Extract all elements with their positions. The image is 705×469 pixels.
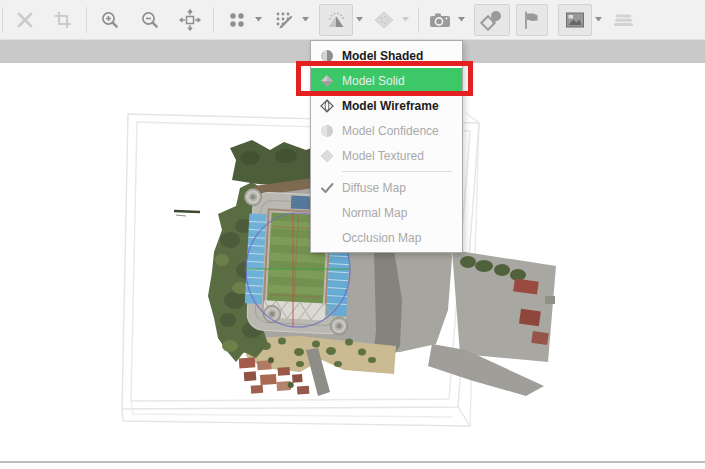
menu-item-normal-map[interactable]: Normal Map: [311, 200, 462, 225]
image-icon: [564, 10, 586, 30]
point-cloud-icon: [227, 10, 247, 30]
edit-points-button[interactable]: [269, 4, 299, 36]
edit-points-caret[interactable]: [299, 4, 312, 36]
model-view-button[interactable]: [319, 4, 353, 36]
zoom-in-icon: [100, 10, 120, 30]
chevron-down-icon: [356, 17, 363, 22]
crop-icon: [53, 10, 73, 30]
menu-item-label: Diffuse Map: [342, 181, 406, 195]
textured-diamond-icon: [311, 148, 342, 164]
edit-points-icon: [274, 10, 294, 30]
zoom-out-icon: [140, 10, 160, 30]
show-cameras-caret[interactable]: [455, 4, 468, 36]
model-view-caret[interactable]: [353, 4, 366, 36]
main-toolbar: [0, 0, 705, 40]
chevron-down-icon: [595, 17, 602, 22]
chevron-down-icon: [302, 17, 309, 22]
show-cameras-button[interactable]: [425, 4, 455, 36]
show-images-caret[interactable]: [592, 4, 605, 36]
chevron-down-icon: [458, 17, 465, 22]
menu-item-occlusion-map[interactable]: Occlusion Map: [311, 225, 462, 250]
toolbar-separator: [418, 7, 419, 33]
zoom-in-button[interactable]: [95, 4, 125, 36]
toolbar-separator: [2, 7, 3, 33]
menu-item-label: Model Solid: [342, 74, 405, 88]
menu-item-model-shaded[interactable]: Model Shaded: [311, 43, 462, 68]
model-view-dropdown-menu: Model Shaded Model Solid Model Wireframe: [310, 40, 463, 253]
menu-item-model-wireframe[interactable]: Model Wireframe: [311, 93, 462, 118]
menu-item-label: Model Confidence: [342, 124, 439, 138]
menu-item-label: Model Wireframe: [342, 99, 439, 113]
shaded-ball-icon: [311, 48, 342, 64]
menu-item-model-solid[interactable]: Model Solid: [311, 68, 462, 93]
fit-view-button[interactable]: [175, 4, 205, 36]
status-bar-divider: [0, 461, 705, 463]
show-markers-button[interactable]: [474, 4, 510, 36]
x-icon: [15, 10, 35, 30]
confidence-ball-icon: [311, 123, 342, 139]
chevron-down-icon: [255, 17, 262, 22]
point-cloud-caret[interactable]: [252, 4, 265, 36]
toolbar-separator: [86, 7, 87, 33]
layers-icon: [612, 10, 636, 30]
point-cloud-view-button[interactable]: [222, 4, 252, 36]
camera-icon: [428, 10, 452, 30]
show-flags-button[interactable]: [516, 4, 548, 36]
wireframe-diamond-icon: [311, 98, 342, 114]
menu-separator: [342, 171, 452, 172]
menu-item-diffuse-map[interactable]: Diffuse Map: [311, 175, 462, 200]
menu-item-label: Model Textured: [342, 149, 424, 163]
toolbar-separator: [213, 7, 214, 33]
menu-item-model-textured[interactable]: Model Textured: [311, 143, 462, 168]
menu-item-model-confidence[interactable]: Model Confidence: [311, 118, 462, 143]
textured-model-caret[interactable]: [399, 4, 412, 36]
check-icon: [311, 180, 342, 196]
chevron-down-icon: [402, 17, 409, 22]
marker-icon: [480, 9, 504, 31]
show-layers-button[interactable]: [609, 4, 639, 36]
show-images-button[interactable]: [558, 4, 592, 36]
flag-icon: [522, 10, 542, 30]
delete-button[interactable]: [10, 4, 40, 36]
textured-model-icon: [373, 10, 395, 30]
fit-view-icon: [179, 9, 201, 31]
crop-region-button[interactable]: [48, 4, 78, 36]
menu-item-label: Normal Map: [342, 206, 407, 220]
menu-item-label: Occlusion Map: [342, 231, 421, 245]
textured-model-button[interactable]: [369, 4, 399, 36]
solid-diamond-icon: [311, 73, 342, 89]
menu-item-label: Model Shaded: [342, 49, 423, 63]
zoom-out-button[interactable]: [135, 4, 165, 36]
shaded-model-icon: [325, 10, 347, 30]
